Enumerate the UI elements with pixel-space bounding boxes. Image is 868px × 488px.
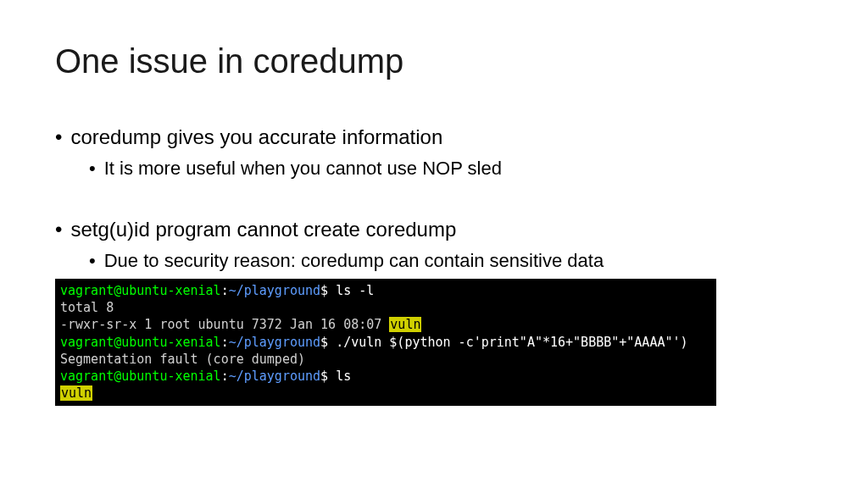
terminal-cmd: ls -l: [336, 283, 374, 298]
prompt-path: ~/playground: [229, 283, 320, 298]
prompt-dollar: $: [320, 283, 328, 298]
bullet-main-text: setg(u)id program cannot create coredump: [55, 215, 813, 244]
prompt-dollar: $: [320, 369, 328, 384]
bullet-item: setg(u)id program cannot create coredump…: [55, 215, 813, 274]
prompt-user: vagrant@ubuntu-xenial: [60, 335, 221, 350]
terminal-output-text: total 8: [60, 300, 114, 315]
highlighted-filename: vuln: [389, 317, 421, 332]
bullet-item: coredump gives you accurate information …: [55, 123, 813, 181]
bullet-sub-content: Due to security reason: coredump can con…: [104, 248, 604, 274]
prompt-dollar: $: [320, 335, 328, 350]
bullet-text: setg(u)id program cannot create coredump: [70, 215, 456, 244]
terminal-cmd: ./vuln $(python -c'print"A"*16+"BBBB"+"A…: [336, 335, 687, 350]
file-permissions: -rwxr-sr-x 1 root ubuntu 7372 Jan 16 08:…: [60, 317, 389, 332]
prompt-path: ~/playground: [229, 335, 320, 350]
terminal-cmd: [328, 335, 336, 350]
terminal-cmd: [328, 283, 336, 298]
slide-title: One issue in coredump: [55, 42, 813, 80]
prompt-path: ~/playground: [229, 369, 320, 384]
terminal-line: vagrant@ubuntu-xenial:~/playground$ ls: [60, 368, 711, 385]
prompt-sep: :: [221, 369, 229, 384]
bullet-sub-content: It is more useful when you cannot use NO…: [104, 156, 502, 182]
prompt-sep: :: [221, 335, 229, 350]
prompt-user: vagrant@ubuntu-xenial: [60, 283, 221, 298]
terminal-line: vagrant@ubuntu-xenial:~/playground$ ./vu…: [60, 334, 711, 351]
terminal-line: vagrant@ubuntu-xenial:~/playground$ ls -…: [60, 282, 711, 299]
bullet-sub-text: It is more useful when you cannot use NO…: [89, 156, 813, 182]
terminal-cmd: [328, 369, 336, 384]
terminal-output: vagrant@ubuntu-xenial:~/playground$ ls -…: [55, 279, 716, 406]
highlighted-filename: vuln: [60, 385, 92, 401]
prompt-sep: :: [221, 283, 229, 298]
bullet-sub-text: Due to security reason: coredump can con…: [89, 248, 813, 274]
bullet-main-text: coredump gives you accurate information: [55, 123, 813, 152]
terminal-line: vuln: [60, 385, 711, 402]
terminal-line: total 8: [60, 299, 711, 316]
bullet-list: coredump gives you accurate information …: [55, 123, 813, 274]
terminal-line: -rwxr-sr-x 1 root ubuntu 7372 Jan 16 08:…: [60, 316, 711, 333]
terminal-line: Segmentation fault (core dumped): [60, 351, 711, 368]
bullet-text: coredump gives you accurate information: [70, 123, 442, 152]
prompt-user: vagrant@ubuntu-xenial: [60, 369, 221, 384]
terminal-output-text: Segmentation fault (core dumped): [60, 352, 305, 367]
terminal-cmd: ls: [336, 369, 351, 384]
